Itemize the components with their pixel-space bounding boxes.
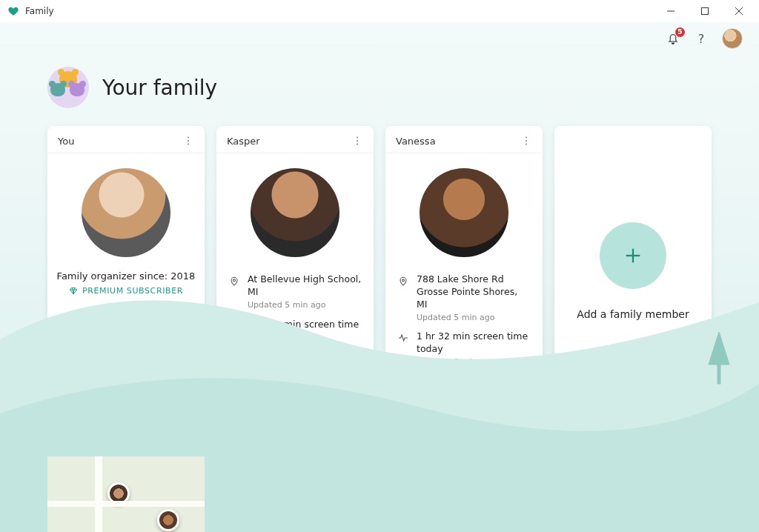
window-minimize-button[interactable] <box>654 0 688 22</box>
svg-rect-29 <box>600 496 605 508</box>
shield-icon <box>585 469 681 532</box>
page-hero: Your family <box>0 49 759 120</box>
window-title: Family <box>25 6 54 16</box>
svg-point-12 <box>233 279 236 282</box>
member-avatar <box>420 168 508 257</box>
family-features-heading: Family features <box>0 405 759 425</box>
member-avatar <box>251 168 339 257</box>
svg-point-13 <box>526 136 527 138</box>
member-card-vanessa[interactable]: Vanessa 788 Lake Shore Rd Grosse Pointe … <box>385 126 543 388</box>
svg-point-22 <box>480 498 491 508</box>
family-group-icon <box>47 67 89 108</box>
member-screen-time: 1 hr 32 min screen time today Updated 5 … <box>417 330 531 368</box>
notifications-badge: 5 <box>675 27 685 37</box>
feature-card-safety[interactable] <box>385 432 543 532</box>
kebab-menu-button[interactable] <box>351 135 363 147</box>
svg-point-32 <box>663 515 666 517</box>
member-card-title: Kasper <box>227 136 260 147</box>
svg-rect-30 <box>656 512 675 525</box>
member-card-you[interactable]: You Family organizer since: 2018 PREMIUM… <box>47 126 205 388</box>
svg-rect-25 <box>426 506 451 512</box>
feature-illustration <box>554 432 712 532</box>
feature-title: Find your family <box>47 432 205 456</box>
svg-point-8 <box>188 143 189 144</box>
member-card-kasper[interactable]: Kasper At Bellevue High School, MI Updat… <box>216 126 374 388</box>
svg-point-9 <box>357 136 358 138</box>
location-icon <box>228 275 240 287</box>
plus-icon <box>623 245 643 266</box>
notifications-button[interactable]: 5 <box>666 31 680 46</box>
window-maximize-button[interactable] <box>688 0 722 22</box>
family-members-grid: You Family organizer since: 2018 PREMIUM… <box>0 120 759 405</box>
add-family-member-card[interactable]: Add a family member <box>554 126 712 388</box>
app-icon <box>7 5 19 17</box>
svg-point-6 <box>188 136 189 138</box>
member-role-line: Family organizer since: 2018 <box>57 270 196 282</box>
member-location: At Bellevue High School, MI Updated 5 mi… <box>248 273 362 311</box>
kebab-menu-button[interactable] <box>520 135 532 147</box>
member-screen-time: 1 hr 32 min screen time today Updated 5 … <box>248 319 362 356</box>
svg-point-7 <box>188 140 189 142</box>
member-location: 788 Lake Shore Rd Grosse Pointe Shores, … <box>417 273 531 323</box>
kebab-menu-button[interactable] <box>182 135 194 147</box>
header-actions: 5 ? <box>0 22 759 49</box>
activity-icon <box>228 320 240 332</box>
activity-icon <box>397 332 409 344</box>
family-features-grid: Find your family <box>0 425 759 532</box>
svg-point-31 <box>659 515 661 517</box>
diamond-icon <box>69 287 78 296</box>
add-circle-icon <box>600 222 666 289</box>
page-title: Your family <box>102 76 217 100</box>
svg-point-10 <box>357 140 358 142</box>
svg-point-11 <box>357 143 358 144</box>
add-family-member-label: Add a family member <box>577 308 689 320</box>
svg-point-14 <box>526 140 527 142</box>
member-avatar <box>82 168 170 257</box>
map-illustration <box>47 456 205 532</box>
account-avatar[interactable] <box>722 28 743 49</box>
member-card-title: You <box>58 136 74 147</box>
safe-icon <box>416 469 512 532</box>
map-pin-icon <box>254 469 336 532</box>
svg-rect-26 <box>438 476 450 491</box>
feature-illustration <box>385 432 543 532</box>
window-titlebar: Family <box>0 0 759 22</box>
member-card-title: Vanessa <box>396 136 436 147</box>
app-body: 5 ? Your family You Family organizer sin… <box>0 22 759 532</box>
feature-card-find-family[interactable]: Find your family <box>47 432 205 532</box>
feature-card-location[interactable] <box>216 432 374 532</box>
svg-point-16 <box>402 279 405 282</box>
window-close-button[interactable] <box>722 0 756 22</box>
feature-illustration <box>216 432 374 532</box>
feature-card-content[interactable] <box>554 432 712 532</box>
svg-point-19 <box>291 486 299 494</box>
premium-badge: PREMIUM SUBSCRIBER <box>69 286 183 296</box>
location-icon <box>397 275 409 287</box>
svg-rect-1 <box>702 8 709 15</box>
svg-point-15 <box>526 143 527 144</box>
help-button[interactable]: ? <box>694 31 709 46</box>
svg-point-33 <box>668 515 670 517</box>
